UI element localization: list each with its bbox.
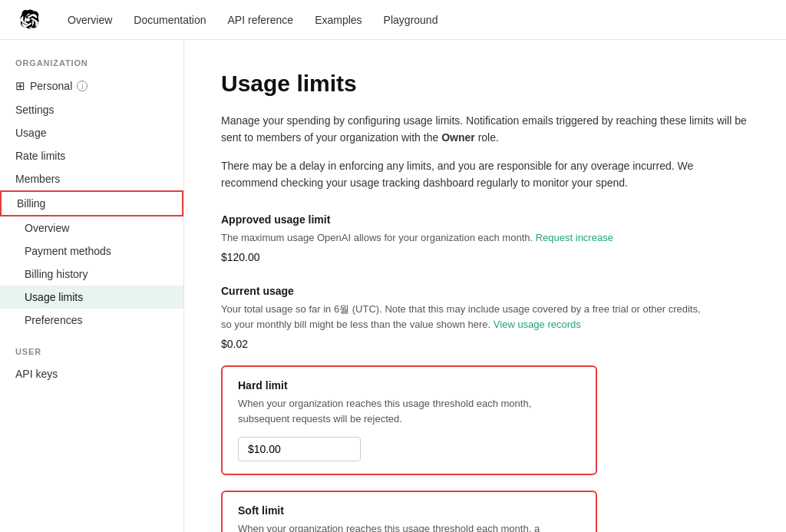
current-amount: $0.02 <box>221 338 749 350</box>
rate-limits-label: Rate limits <box>15 150 65 162</box>
billing-label: Billing <box>17 197 45 210</box>
sidebar-item-usage[interactable]: Usage <box>0 121 183 144</box>
description-1: Manage your spending by configuring usag… <box>221 112 749 147</box>
user-section-label: USER <box>0 347 183 362</box>
nav-playground[interactable]: Playground <box>384 14 438 26</box>
sidebar-item-personal[interactable]: ⊞ Personal i <box>0 74 183 98</box>
nav-api-reference[interactable]: API reference <box>228 14 294 26</box>
payment-methods-label: Payment methods <box>25 245 111 257</box>
sidebar: ORGANIZATION ⊞ Personal i Settings Usage… <box>0 40 184 532</box>
approved-usage-section: Approved usage limit The maximum usage O… <box>221 213 749 264</box>
hard-limit-input[interactable] <box>238 437 361 461</box>
nav-overview[interactable]: Overview <box>68 14 112 26</box>
sidebar-item-settings[interactable]: Settings <box>0 98 183 121</box>
sidebar-item-payment-methods[interactable]: Payment methods <box>0 240 183 263</box>
nav-documentation[interactable]: Documentation <box>134 14 206 26</box>
openai-logo <box>18 9 40 31</box>
org-section-label: ORGANIZATION <box>0 58 183 74</box>
billing-overview-label: Overview <box>25 222 69 234</box>
sidebar-item-billing-overview[interactable]: Overview <box>0 216 183 240</box>
hard-limit-box: Hard limit When your organization reache… <box>221 365 597 475</box>
approved-title: Approved usage limit <box>221 213 749 226</box>
sidebar-item-members[interactable]: Members <box>0 167 183 190</box>
info-icon: i <box>77 81 88 91</box>
main-content: Usage limits Manage your spending by con… <box>184 40 786 532</box>
view-usage-records-link[interactable]: View usage records <box>494 319 581 330</box>
sidebar-item-rate-limits[interactable]: Rate limits <box>0 144 183 167</box>
soft-limit-desc: When your organization reaches this usag… <box>238 521 580 532</box>
building-icon: ⊞ <box>15 79 25 93</box>
approved-desc: The maximum usage OpenAI allows for your… <box>221 230 749 246</box>
personal-label: Personal <box>30 80 72 92</box>
description-2: There may be a delay in enforcing any li… <box>221 157 749 192</box>
sidebar-item-preferences[interactable]: Preferences <box>0 309 183 332</box>
current-usage-section: Current usage Your total usage so far in… <box>221 285 749 350</box>
members-label: Members <box>15 173 60 185</box>
sidebar-item-usage-limits[interactable]: Usage limits <box>0 286 183 309</box>
usage-label: Usage <box>15 127 46 139</box>
layout: ORGANIZATION ⊞ Personal i Settings Usage… <box>0 40 786 532</box>
settings-label: Settings <box>15 104 54 116</box>
hard-limit-desc: When your organization reaches this usag… <box>238 396 580 426</box>
hard-limit-title: Hard limit <box>238 379 580 392</box>
soft-limit-title: Soft limit <box>238 504 580 517</box>
approved-amount: $120.00 <box>221 251 749 263</box>
page-title: Usage limits <box>221 71 749 97</box>
request-increase-link[interactable]: Request increase <box>536 232 613 243</box>
api-keys-label: API keys <box>15 368 58 380</box>
current-title: Current usage <box>221 285 749 297</box>
nav-examples[interactable]: Examples <box>315 14 362 26</box>
sidebar-item-api-keys[interactable]: API keys <box>0 362 183 385</box>
preferences-label: Preferences <box>25 314 82 326</box>
top-nav: Overview Documentation API reference Exa… <box>0 0 786 40</box>
sidebar-item-billing-history[interactable]: Billing history <box>0 263 183 286</box>
usage-limits-label: Usage limits <box>25 291 83 303</box>
billing-history-label: Billing history <box>25 268 88 280</box>
current-desc: Your total usage so far in 6월 (UTC). Not… <box>221 302 749 332</box>
sidebar-item-billing[interactable]: Billing <box>0 190 183 216</box>
soft-limit-box: Soft limit When your organization reache… <box>221 491 597 532</box>
